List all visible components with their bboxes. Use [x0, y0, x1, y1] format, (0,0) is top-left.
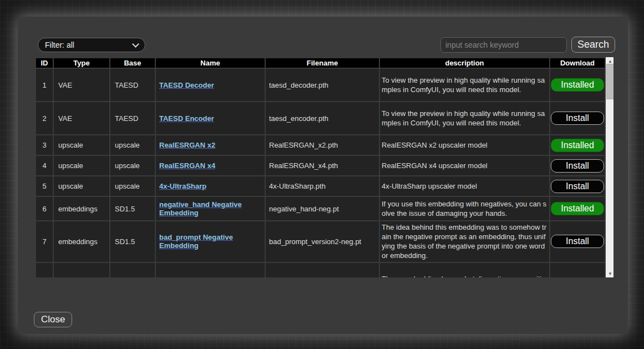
table-row: 1 VAE TAESD TAESD Decoder taesd_decoder.…	[36, 68, 605, 102]
close-button[interactable]: Close	[34, 312, 72, 327]
table-scrollbar[interactable]: ▲ ▼	[606, 57, 613, 277]
header-description: description	[379, 58, 550, 68]
filter-select[interactable]: Filter: all	[38, 38, 145, 52]
type-cell: VAE	[53, 102, 110, 135]
models-table-container: ID Type Base Name Filename description D…	[35, 57, 613, 277]
download-button[interactable]: Install	[551, 180, 604, 193]
description-cell: The idea behind this embedding was to so…	[379, 221, 550, 262]
model-name-link[interactable]: TAESD Encoder	[159, 114, 214, 123]
filename-cell: bad_prompt_version2-neg.pt	[265, 221, 379, 262]
download-button[interactable]: Install	[551, 112, 604, 125]
model-name-link[interactable]: bad_prompt Negative Embedding	[159, 233, 233, 250]
type-cell: upscale	[53, 135, 110, 155]
base-cell: SD1.5	[110, 221, 155, 262]
id-cell: 4	[36, 155, 53, 176]
search-input[interactable]	[440, 37, 567, 53]
scrollbar-thumb[interactable]	[606, 64, 613, 99]
id-cell: 1	[36, 68, 53, 102]
id-cell: 7	[36, 221, 53, 262]
header-filename: Filename	[265, 58, 379, 68]
type-cell: VAE	[53, 68, 110, 102]
description-cell: To view the preview in high quality whil…	[379, 68, 550, 102]
id-cell: 3	[36, 135, 53, 155]
table-row: 3 upscale upscale RealESRGAN x2 RealESRG…	[36, 135, 605, 155]
model-name-link[interactable]: negative_hand Negative Embedding	[159, 200, 242, 217]
model-name-link[interactable]: RealESRGAN x4	[159, 161, 215, 170]
description-cell: To view the preview in high quality whil…	[379, 102, 550, 135]
base-cell: upscale	[110, 135, 155, 155]
filename-cell: negative_hand-neg.pt	[265, 196, 379, 221]
base-cell: SD1.5	[110, 196, 155, 221]
filename-cell: 4x-UltraSharp.pth	[265, 176, 379, 196]
model-name-link[interactable]: 4x-UltraSharp	[159, 182, 206, 190]
download-button[interactable]: Installed	[551, 202, 604, 215]
models-table: ID Type Base Name Filename description D…	[35, 57, 606, 277]
model-name-link[interactable]: RealESRGAN x2	[159, 141, 215, 149]
filename-cell: RealESRGAN_x2.pth	[265, 135, 379, 155]
id-cell: 5	[36, 176, 53, 196]
search-button[interactable]: Search	[571, 37, 615, 53]
table-header-row: ID Type Base Name Filename description D…	[36, 58, 605, 68]
filename-cell: taesd_encoder.pth	[265, 102, 379, 135]
description-cell: RealESRGAN x2 upscaler model	[379, 135, 550, 155]
filename-cell: RealESRGAN_x4.pth	[265, 155, 379, 176]
base-cell: upscale	[110, 176, 155, 196]
header-type: Type	[53, 58, 110, 68]
scrollbar-down-icon[interactable]: ▼	[606, 270, 613, 277]
table-row: These embedding learn what disgusting co…	[36, 262, 605, 277]
download-button[interactable]: Installed	[551, 78, 604, 92]
model-manager-dialog: Filter: all Search ID Type Base Name Fil…	[18, 17, 628, 334]
header-download: Download	[550, 58, 605, 68]
table-row: 7 embeddings SD1.5 bad_prompt Negative E…	[36, 221, 605, 262]
type-cell: upscale	[53, 176, 110, 196]
description-cell: These embedding learn what disgusting co…	[379, 262, 550, 277]
type-cell: embeddings	[53, 196, 110, 221]
download-button[interactable]: Installed	[551, 139, 604, 152]
type-cell: embeddings	[53, 221, 110, 262]
filter-select-value: Filter: all	[45, 41, 74, 49]
filename-cell: taesd_decoder.pth	[265, 68, 379, 102]
chevron-down-icon	[132, 41, 139, 48]
table-row: 2 VAE TAESD TAESD Encoder taesd_encoder.…	[36, 102, 605, 135]
filename-cell	[265, 262, 379, 277]
id-cell	[36, 262, 53, 277]
description-cell: 4x-UltraSharp upscaler model	[379, 176, 550, 196]
base-cell	[110, 262, 155, 277]
id-cell: 6	[36, 196, 53, 221]
description-cell: RealESRGAN x4 upscaler model	[379, 155, 550, 176]
base-cell: TAESD	[110, 102, 155, 135]
table-row: 4 upscale upscale RealESRGAN x4 RealESRG…	[36, 155, 605, 176]
header-id: ID	[36, 58, 53, 68]
type-cell	[53, 262, 110, 277]
base-cell: upscale	[110, 155, 155, 176]
id-cell: 2	[36, 102, 53, 135]
download-button[interactable]: Install	[551, 235, 604, 248]
table-row: 5 upscale upscale 4x-UltraSharp 4x-Ultra…	[36, 176, 605, 196]
header-name: Name	[155, 58, 265, 68]
download-cell-empty	[550, 262, 605, 277]
model-name-link[interactable]: TAESD Decoder	[159, 81, 214, 89]
description-cell: If you use this embedding with negatives…	[379, 196, 550, 221]
header-base: Base	[110, 58, 155, 68]
download-button[interactable]: Install	[551, 159, 604, 173]
table-row: 6 embeddings SD1.5 negative_hand Negativ…	[36, 196, 605, 221]
base-cell: TAESD	[110, 68, 155, 102]
type-cell: upscale	[53, 155, 110, 176]
